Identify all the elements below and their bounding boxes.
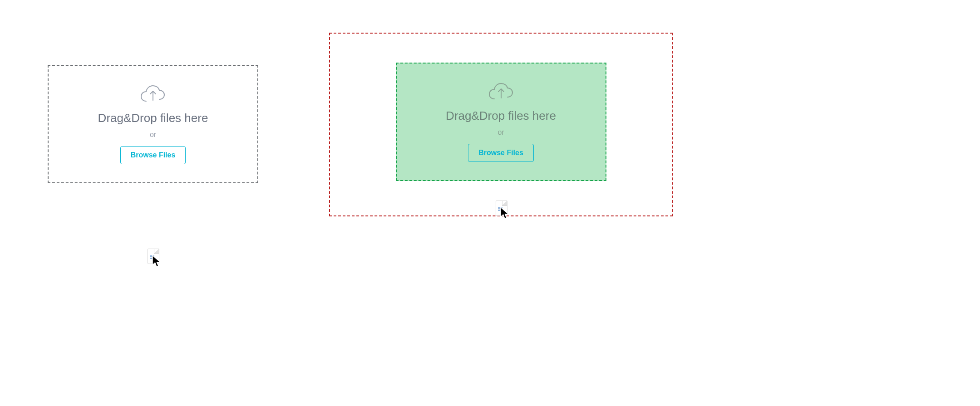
drag-cursor-with-file xyxy=(148,249,159,264)
file-dropzone-active[interactable]: Drag&Drop files here or Browse Files xyxy=(396,63,606,181)
dropzone-title: Drag&Drop files here xyxy=(98,111,208,125)
file-dropzone-inactive[interactable]: Drag&Drop files here or Browse Files xyxy=(48,65,258,183)
dragged-file-icon xyxy=(148,249,159,264)
dropzone-or-label: or xyxy=(497,128,504,137)
cloud-upload-icon xyxy=(139,84,167,104)
dropzone-or-label: or xyxy=(150,131,156,139)
browse-files-button[interactable]: Browse Files xyxy=(468,144,534,162)
pointer-cursor-icon xyxy=(152,255,162,269)
browse-files-button[interactable]: Browse Files xyxy=(120,146,186,164)
dropzone-padding-region[interactable]: Drag&Drop files here or Browse Files xyxy=(329,33,673,216)
cloud-upload-icon xyxy=(488,82,515,102)
dropzone-title: Drag&Drop files here xyxy=(446,109,556,123)
